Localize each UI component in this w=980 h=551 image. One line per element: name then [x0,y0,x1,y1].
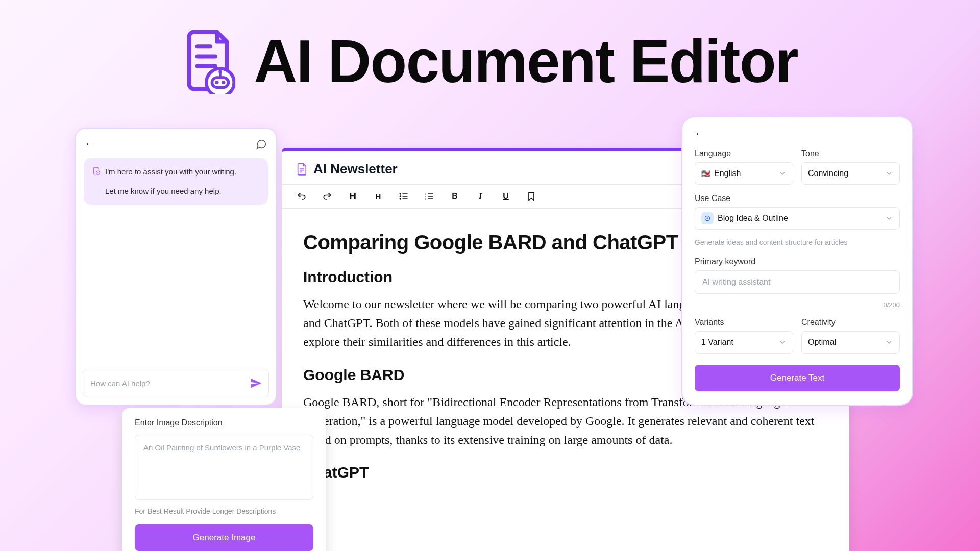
creativity-label: Creativity [801,318,900,327]
chevron-down-icon [778,169,787,178]
doc-section-heading: ChatGPT [303,464,828,481]
flag-icon: 🇺🇸 [701,169,710,178]
assistant-message: I'm here to assist you with your writing… [84,158,268,205]
bullet-list-button[interactable] [397,190,410,203]
heading2-button[interactable]: H [372,190,385,203]
document-title[interactable]: AI Newsletter [313,161,398,177]
usecase-icon [701,212,714,224]
undo-button[interactable] [295,190,308,203]
heading1-button[interactable]: H [346,190,359,203]
document-icon [296,163,307,176]
image-description-label: Enter Image Description [135,418,313,428]
app-logo-icon [182,29,235,94]
back-icon[interactable] [85,139,96,150]
italic-button[interactable]: I [474,190,487,203]
underline-button[interactable]: U [499,190,512,203]
bold-button[interactable]: B [448,190,461,203]
image-generation-panel: Enter Image Description For Best Result … [122,408,326,551]
variants-select[interactable]: 1 Variant [695,331,793,354]
image-description-input[interactable] [135,435,313,500]
assistant-message-line1: I'm here to assist you with your writing… [105,165,236,179]
chat-input[interactable] [90,379,244,388]
svg-point-6 [222,81,226,84]
assistant-avatar-icon [92,166,101,176]
language-label: Language [695,149,793,158]
language-select[interactable]: 🇺🇸English [695,162,793,185]
svg-point-9 [96,171,100,174]
chat-bubble-icon[interactable] [256,139,267,150]
generate-text-panel: Language 🇺🇸English Tone Convincing Use C… [681,116,913,406]
hero-banner: AI Document Editor [0,0,980,96]
send-button[interactable] [249,376,263,390]
back-icon[interactable] [695,129,706,140]
svg-point-8 [219,70,222,73]
tone-select[interactable]: Convincing [801,162,900,185]
svg-point-17 [400,198,401,199]
svg-point-15 [400,193,401,194]
redo-button[interactable] [321,190,334,203]
chevron-down-icon [885,169,893,178]
keyword-label: Primary keyword [695,257,900,266]
svg-point-10 [97,172,97,173]
hero-title: AI Document Editor [254,27,797,96]
chat-input-row [83,369,269,397]
bookmark-button[interactable] [525,190,538,203]
svg-point-11 [98,172,99,173]
svg-point-16 [400,196,401,197]
image-description-hint: For Best Result Provide Longer Descripti… [135,507,313,515]
chevron-down-icon [885,338,893,346]
chevron-down-icon [778,338,787,346]
char-counter: 0/200 [695,301,900,309]
svg-text:3: 3 [425,198,426,201]
numbered-list-button[interactable]: 123 [423,190,436,203]
keyword-input[interactable] [695,270,900,294]
usecase-select[interactable]: Blog Idea & Outline [695,207,900,230]
usecase-hint: Generate ideas and content structure for… [695,238,900,248]
assistant-message-line2: Let me know if you need any help. [105,185,260,198]
tone-label: Tone [801,149,900,158]
generate-text-button[interactable]: Generate Text [695,365,900,391]
svg-point-5 [215,81,219,84]
chevron-down-icon [885,214,893,222]
variants-label: Variants [695,318,793,327]
generate-image-button[interactable]: Generate Image [135,524,313,551]
creativity-select[interactable]: Optimal [801,331,900,354]
chat-assistant-panel: I'm here to assist you with your writing… [75,128,277,406]
usecase-label: Use Case [695,194,900,203]
